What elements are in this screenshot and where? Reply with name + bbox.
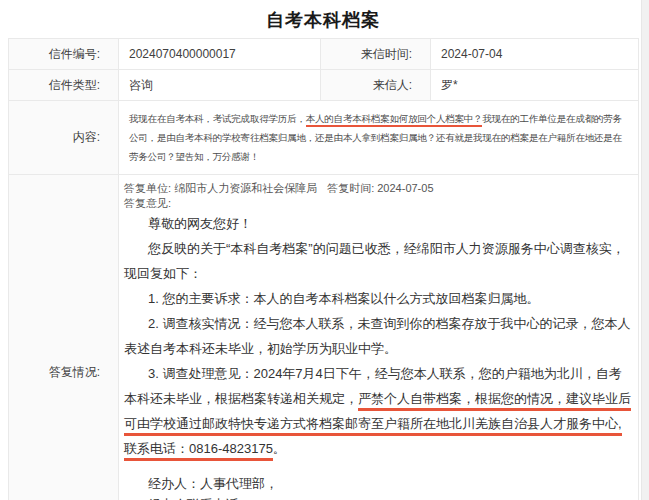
table-row: 信件编号: 2024070400000017 来信时间: 2024-07-04 — [9, 39, 639, 70]
table-row: 答复情况: 答复单位: 绵阳市人力资源和社会保障局答复时间: 2024-07-0… — [9, 175, 639, 500]
reply-content: 答复单位: 绵阳市人力资源和社会保障局答复时间: 2024-07-05 答复意见… — [119, 175, 639, 500]
reply-unit-label: 答复单位: — [124, 182, 174, 194]
reply-meta-line: 答复单位: 绵阳市人力资源和社会保障局答复时间: 2024-07-05 — [124, 181, 632, 196]
letter-date-value: 2024-07-04 — [431, 39, 639, 70]
letter-date-label: 来信时间: — [321, 39, 431, 70]
reply-opinion-label: 答复意见: — [124, 196, 632, 211]
reply-agent-phone: 经办人联系电话：0816-2345174， — [124, 494, 632, 500]
letter-number-label: 信件编号: — [9, 39, 119, 70]
content-label: 内容: — [9, 101, 119, 175]
letter-number-value: 2024070400000017 — [119, 39, 321, 70]
vertical-scrollbar[interactable] — [641, 0, 649, 500]
reply-time-label: 答复时间: — [327, 182, 377, 194]
reply-point-3: 3. 调查处理意见：2024年7月4日下午，经与您本人联系，您的户籍地为北川，自… — [124, 361, 632, 461]
reply-label: 答复情况: — [9, 175, 119, 500]
page-title: 自考本科档案 — [8, 8, 638, 32]
content-text: 我现在在自考本科，考试完成取得学历后，本人的自考本科档案如何放回个人档案中？我现… — [119, 101, 639, 175]
reply-point-2: 2. 调查核实情况：经与您本人联系，未查询到你的档案存放于我中心的记录，您本人表… — [124, 311, 632, 361]
letter-info-table: 信件编号: 2024070400000017 来信时间: 2024-07-04 … — [8, 38, 639, 500]
table-row: 内容: 我现在在自考本科，考试完成取得学历后，本人的自考本科档案如何放回个人档案… — [9, 101, 639, 175]
reply-greeting: 尊敬的网友您好！ — [124, 211, 632, 236]
reply-intro: 您反映的关于“本科自考档案”的问题已收悉，经绵阳市人力资源服务中心调查核实，现回… — [124, 236, 632, 286]
reply-unit-value: 绵阳市人力资源和社会保障局 — [174, 182, 317, 194]
reply-point-3-post: 。 — [273, 441, 286, 456]
sender-value: 罗* — [431, 70, 639, 101]
letter-detail-page: 自考本科档案 信件编号: 2024070400000017 来信时间: 2024… — [0, 0, 649, 500]
reply-agent: 经办人：人事代理部， — [124, 473, 632, 494]
table-row: 信件类型: 咨询 来信人: 罗* — [9, 70, 639, 101]
sender-label: 来信人: — [321, 70, 431, 101]
letter-type-label: 信件类型: — [9, 70, 119, 101]
letter-type-value: 咨询 — [119, 70, 321, 101]
reply-time-value: 2024-07-05 — [377, 182, 433, 194]
reply-closing-block: 经办人：人事代理部， 经办人联系电话：0816-2345174， 承办单位：绵阳… — [124, 473, 632, 500]
content-highlighted-question: 本人的自考本科档案如何放回个人档案中？ — [306, 113, 483, 127]
content-text-pre: 我现在在自考本科，考试完成取得学历后， — [129, 113, 306, 124]
reply-point-1: 1. 您的主要诉求：本人的自考本科档案以什么方式放回档案归属地。 — [124, 286, 632, 311]
